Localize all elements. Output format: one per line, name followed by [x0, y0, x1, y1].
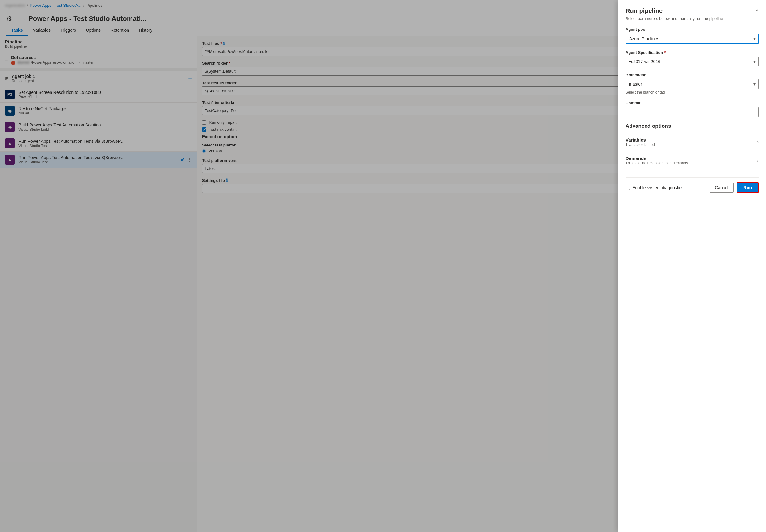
agent-spec-section: Agent Specification * vs2017-win2016 ▾	[626, 50, 759, 66]
branch-tag-label: Branch/tag	[626, 73, 759, 77]
enable-diagnostics-label: Enable system diagnostics	[632, 185, 684, 190]
branch-tag-helper: Select the branch or tag	[626, 90, 759, 94]
demands-title: Demands	[626, 156, 688, 161]
variables-accordion-header[interactable]: Variables 1 variable defined ›	[626, 137, 759, 147]
demands-info: Demands This pipeline has no defined dem…	[626, 156, 688, 165]
modal-title: Run pipeline	[626, 7, 663, 14]
modal-overlay: Run pipeline × Select parameters below a…	[0, 0, 766, 532]
commit-section: Commit	[626, 101, 759, 117]
modal-title-block: Run pipeline	[626, 7, 663, 14]
demands-accordion-header[interactable]: Demands This pipeline has no defined dem…	[626, 156, 759, 165]
cancel-button[interactable]: Cancel	[710, 183, 734, 193]
variables-chevron-icon: ›	[757, 139, 759, 145]
agent-spec-select[interactable]: vs2017-win2016	[626, 57, 759, 66]
demands-chevron-icon: ›	[757, 158, 759, 163]
agent-pool-section: Agent pool Azure Pipelines ▾	[626, 27, 759, 44]
commit-label: Commit	[626, 101, 759, 105]
modal-header: Run pipeline ×	[626, 7, 759, 14]
run-pipeline-modal: Run pipeline × Select parameters below a…	[618, 0, 766, 532]
agent-pool-label: Agent pool	[626, 27, 759, 32]
variables-title: Variables	[626, 137, 655, 142]
agent-pool-select[interactable]: Azure Pipelines	[626, 34, 759, 44]
variables-info: Variables 1 variable defined	[626, 137, 655, 147]
enable-diagnostics-checkbox[interactable]	[626, 186, 630, 190]
demands-accordion[interactable]: Demands This pipeline has no defined dem…	[626, 151, 759, 170]
enable-diagnostics-row: Enable system diagnostics	[626, 185, 684, 190]
variables-subtitle: 1 variable defined	[626, 142, 655, 147]
agent-spec-required: *	[664, 50, 666, 55]
branch-tag-select[interactable]: master	[626, 79, 759, 89]
modal-close-button[interactable]: ×	[755, 7, 759, 14]
agent-spec-dropdown-wrapper: vs2017-win2016 ▾	[626, 57, 759, 66]
demands-subtitle: This pipeline has no defined demands	[626, 161, 688, 165]
agent-pool-dropdown-wrapper: Azure Pipelines ▾	[626, 34, 759, 44]
modal-footer: Enable system diagnostics Cancel Run	[626, 177, 759, 193]
advanced-options-title: Advanced options	[626, 123, 759, 129]
branch-tag-section: Branch/tag master ▾ Select the branch or…	[626, 73, 759, 94]
run-button[interactable]: Run	[737, 182, 759, 193]
commit-input[interactable]	[626, 107, 759, 117]
variables-accordion[interactable]: Variables 1 variable defined ›	[626, 133, 759, 151]
modal-subtitle: Select parameters below and manually run…	[626, 16, 759, 21]
branch-tag-dropdown-wrapper: master ▾	[626, 79, 759, 89]
agent-spec-label: Agent Specification *	[626, 50, 759, 55]
